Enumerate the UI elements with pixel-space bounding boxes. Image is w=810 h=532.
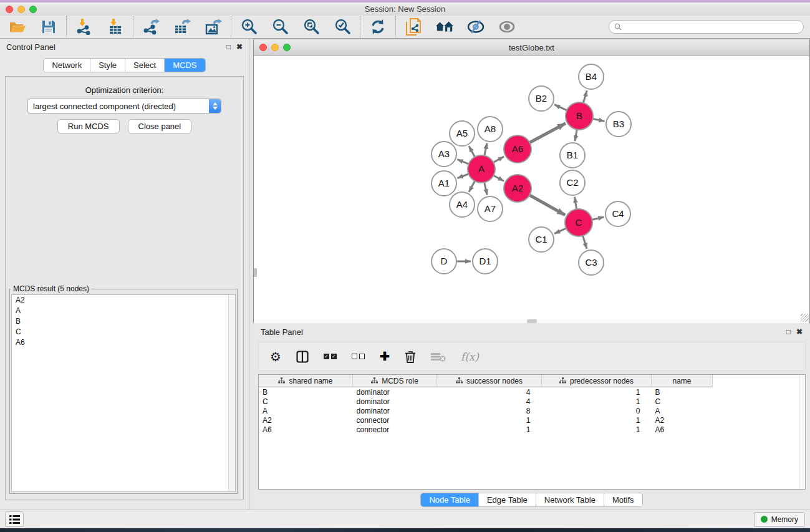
tab-motifs[interactable]: Motifs (604, 493, 642, 506)
add-column-icon[interactable]: ✚ (380, 349, 390, 365)
tab-select[interactable]: Select (125, 59, 164, 72)
table-scrollbar[interactable] (799, 375, 805, 489)
column-header-successor-nodes[interactable]: successor nodes (437, 375, 542, 387)
graph-node-label: C2 (566, 177, 578, 188)
graph-node-B3[interactable]: B3 (606, 112, 631, 137)
column-header-predecessor-nodes[interactable]: predecessor nodes (542, 375, 652, 387)
table-row[interactable]: A2connector11A2 (259, 415, 713, 425)
export-table-icon[interactable] (173, 18, 191, 36)
graph-node-A1[interactable]: A1 (432, 171, 456, 196)
import-table-icon[interactable] (106, 18, 125, 36)
graph-node-A8[interactable]: A8 (478, 117, 503, 142)
graph-node-A6[interactable]: A6 (504, 135, 531, 163)
resize-grip-icon[interactable] (801, 314, 809, 322)
network-window: testGlobe.txt AA1A3A5A8A4A7A6A2BB1B2B3B4… (253, 39, 810, 323)
export-image-icon[interactable] (204, 18, 223, 36)
delete-column-icon[interactable] (405, 349, 416, 365)
table-panel-title: Table Panel (261, 327, 303, 337)
eye-icon[interactable] (498, 18, 516, 36)
network-minimize-button[interactable] (271, 44, 279, 51)
tab-network-table[interactable]: Network Table (536, 493, 604, 506)
task-history-button[interactable] (5, 511, 24, 527)
zoom-out-icon[interactable] (271, 18, 289, 36)
close-panel-button[interactable]: Close panel (128, 119, 192, 133)
graph-node-D1[interactable]: D1 (473, 249, 498, 274)
select-all-columns-icon[interactable]: ✓✓ (324, 349, 337, 365)
show-hide-details-icon[interactable] (466, 18, 485, 36)
mcds-list-scrollbar[interactable] (228, 295, 235, 491)
graph-node-C1[interactable]: C1 (529, 227, 554, 252)
first-neighbors-icon[interactable] (435, 18, 454, 36)
tab-network[interactable]: Network (44, 59, 90, 72)
tab-mcds[interactable]: MCDS (164, 59, 205, 72)
tab-edge-table[interactable]: Edge Table (478, 493, 536, 506)
mcds-result-list[interactable]: A2ABCA6 (11, 294, 236, 492)
network-canvas[interactable]: AA1A3A5A8A4A7A6A2BB1B2B3B4CC1C2C3C4DD1 (254, 56, 809, 319)
memory-button[interactable]: Memory (754, 512, 805, 527)
graph-node-B2[interactable]: B2 (529, 86, 554, 111)
mcds-result-item[interactable]: A6 (12, 337, 235, 348)
zoom-fit-icon[interactable] (302, 18, 321, 36)
table-cell: A (259, 406, 353, 415)
new-network-from-selection-icon[interactable] (404, 18, 423, 36)
table-row[interactable]: Bdominator41B (259, 387, 713, 397)
zoom-selected-icon[interactable] (333, 18, 352, 36)
graph-node-B4[interactable]: B4 (579, 64, 604, 89)
graph-node-label: B2 (536, 93, 547, 104)
table-row[interactable]: Cdominator41C (259, 397, 713, 406)
search-field[interactable] (609, 20, 804, 34)
table-row[interactable]: A6connector11A6 (259, 425, 713, 434)
float-table-panel-icon[interactable]: □ (786, 327, 791, 336)
split-column-icon[interactable] (296, 349, 309, 365)
import-network-icon[interactable] (75, 18, 94, 36)
tab-style[interactable]: Style (90, 59, 125, 72)
float-panel-icon[interactable]: □ (226, 42, 231, 51)
refresh-icon[interactable] (369, 18, 387, 36)
search-input[interactable] (625, 22, 798, 32)
column-header-shared-name[interactable]: shared name (259, 375, 353, 387)
graph-node-A2[interactable]: A2 (504, 175, 531, 202)
network-close-button[interactable] (259, 44, 267, 51)
graph-node-A5[interactable]: A5 (450, 121, 475, 146)
table-row[interactable]: Adominator80A (259, 406, 713, 415)
mcds-result-item[interactable]: B (12, 316, 235, 327)
table-cell: A6 (652, 425, 713, 434)
tab-node-table[interactable]: Node Table (421, 493, 478, 506)
table-settings-gear-icon[interactable]: ⚙ (270, 349, 281, 365)
graph-node-C4[interactable]: C4 (605, 201, 630, 226)
graph-node-C[interactable]: C (565, 209, 592, 236)
network-vertical-scrollbar[interactable] (254, 268, 257, 277)
graph-node-D[interactable]: D (432, 249, 456, 274)
export-network-icon[interactable] (142, 18, 160, 36)
table-cell: B (652, 387, 713, 397)
close-table-panel-icon[interactable]: ✖ (796, 327, 803, 336)
mcds-result-title: MCDS result (5 nodes) (11, 284, 91, 293)
graph-node-B[interactable]: B (566, 102, 593, 130)
network-window-titlebar[interactable]: testGlobe.txt (254, 39, 809, 56)
network-horizontal-scrollbar[interactable] (254, 319, 809, 323)
graph-node-C3[interactable]: C3 (579, 250, 604, 275)
close-panel-icon[interactable]: ✖ (236, 42, 243, 51)
deselect-all-columns-icon[interactable] (352, 349, 365, 365)
network-hscroll-thumb[interactable] (527, 319, 537, 323)
save-session-icon[interactable] (39, 18, 58, 36)
mcds-result-item[interactable]: C (12, 327, 235, 337)
network-zoom-button[interactable] (283, 44, 291, 51)
zoom-in-icon[interactable] (239, 18, 258, 36)
graph-node-A3[interactable]: A3 (432, 142, 456, 167)
mcds-result-item[interactable]: A2 (12, 295, 235, 306)
open-session-icon[interactable] (8, 18, 27, 36)
graph-node-B1[interactable]: B1 (560, 143, 585, 168)
cytoscape-application: Session: New Session (0, 0, 810, 532)
column-header-name[interactable]: name (652, 375, 713, 387)
run-mcds-button[interactable]: Run MCDS (57, 119, 120, 133)
graph-node-C2[interactable]: C2 (560, 170, 585, 195)
graph-node-A4[interactable]: A4 (450, 192, 475, 217)
column-header-mcds-role[interactable]: MCDS role (353, 375, 437, 387)
graph-node-A7[interactable]: A7 (478, 196, 503, 221)
mcds-result-item[interactable]: A (12, 306, 235, 316)
hierarchy-icon (559, 377, 566, 385)
graph-node-A[interactable]: A (468, 155, 495, 183)
table-cell: 1 (542, 387, 652, 397)
criterion-dropdown[interactable]: largest connected component (directed) (27, 99, 221, 114)
